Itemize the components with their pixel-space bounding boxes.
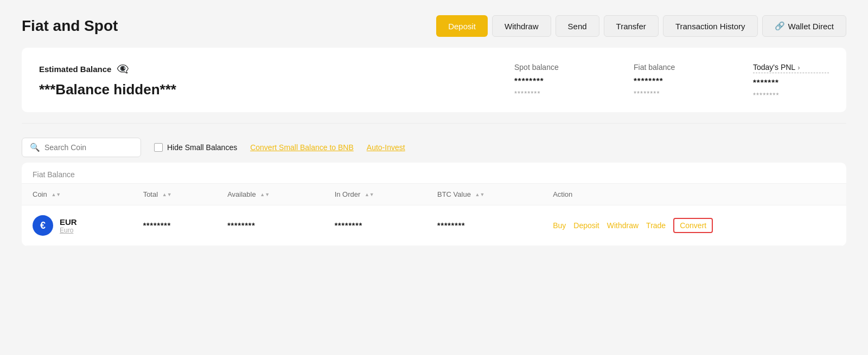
header-buttons: Deposit Withdraw Send Transfer Transacti… bbox=[436, 15, 846, 37]
balances-table: Coin ▲▼ Total ▲▼ Available ▲▼ In Order ▲… bbox=[22, 183, 846, 246]
coin-in-order: ******** bbox=[335, 221, 363, 230]
col-in-order: In Order ▲▼ bbox=[324, 184, 426, 205]
spot-balance-value: ******** bbox=[514, 76, 590, 85]
col-btc-value: BTC Value ▲▼ bbox=[426, 184, 542, 205]
fiat-balance-col: Fiat balance ******** ******** bbox=[634, 63, 710, 99]
table-header-row: Coin ▲▼ Total ▲▼ Available ▲▼ In Order ▲… bbox=[22, 184, 846, 205]
balance-section: Estimated Balance 👁️‍🗨️ ***Balance hidde… bbox=[22, 48, 846, 112]
balance-details: Spot balance ******** ******** Fiat bala… bbox=[514, 63, 829, 99]
coin-cell: € EUR Euro bbox=[33, 215, 122, 236]
coin-full-name[interactable]: Euro bbox=[60, 227, 77, 234]
pnl-col: Today's PNL › ******* ******** bbox=[753, 63, 829, 99]
search-filter-row: 🔍 Hide Small Balances Convert Small Bala… bbox=[22, 129, 846, 163]
coin-icon: € bbox=[33, 215, 53, 236]
btc-sort-icon[interactable]: ▲▼ bbox=[475, 192, 485, 197]
balance-header: Estimated Balance 👁️‍🗨️ bbox=[39, 63, 176, 75]
hide-small-balances-checkbox[interactable] bbox=[154, 143, 163, 152]
withdraw-button[interactable]: Withdraw bbox=[492, 15, 551, 37]
hide-small-balances-text: Hide Small Balances bbox=[167, 143, 237, 152]
col-coin: Coin ▲▼ bbox=[22, 184, 132, 205]
hide-small-balances-label[interactable]: Hide Small Balances bbox=[154, 143, 237, 152]
coin-sort-icon[interactable]: ▲▼ bbox=[51, 192, 61, 197]
table-row: € EUR Euro *****************************… bbox=[22, 205, 846, 246]
action-convert-button[interactable]: Convert bbox=[673, 218, 713, 233]
auto-invest-button[interactable]: Auto-Invest bbox=[367, 143, 405, 152]
fiat-balance-value: ******** bbox=[634, 76, 710, 85]
action-trade-button[interactable]: Trade bbox=[646, 221, 666, 230]
divider bbox=[22, 123, 846, 124]
action-withdraw-button[interactable]: Withdraw bbox=[607, 221, 639, 230]
estimated-balance-label: Estimated Balance bbox=[39, 64, 111, 74]
page-title: Fiat and Spot bbox=[22, 17, 118, 35]
action-cell: BuyDepositWithdrawTradeConvert bbox=[553, 218, 835, 233]
page-header: Fiat and Spot Deposit Withdraw Send Tran… bbox=[22, 0, 846, 48]
pnl-chevron-icon: › bbox=[797, 63, 800, 72]
send-button[interactable]: Send bbox=[556, 15, 599, 37]
link-icon: 🔗 bbox=[775, 21, 785, 31]
convert-small-balance-button[interactable]: Convert Small Balance to BNB bbox=[250, 143, 354, 152]
pnl-sub: ******** bbox=[753, 91, 829, 99]
search-input[interactable] bbox=[44, 143, 133, 152]
table-section: Fiat Balance Coin ▲▼ Total ▲▼ Available … bbox=[22, 163, 846, 246]
search-box[interactable]: 🔍 bbox=[22, 138, 141, 157]
action-buy-button[interactable]: Buy bbox=[553, 221, 566, 230]
available-sort-icon[interactable]: ▲▼ bbox=[260, 192, 270, 197]
pnl-label: Today's PNL bbox=[753, 63, 795, 72]
total-sort-icon[interactable]: ▲▼ bbox=[162, 192, 172, 197]
search-icon: 🔍 bbox=[30, 143, 40, 152]
col-available: Available ▲▼ bbox=[216, 184, 323, 205]
fiat-balance-label: Fiat balance bbox=[634, 63, 710, 72]
transfer-button[interactable]: Transfer bbox=[604, 15, 659, 37]
pnl-link[interactable]: Today's PNL › bbox=[753, 63, 829, 73]
spot-balance-sub: ******** bbox=[514, 89, 590, 98]
in-order-sort-icon[interactable]: ▲▼ bbox=[365, 192, 374, 197]
fiat-balance-sub: ******** bbox=[634, 89, 710, 98]
coin-symbol: EUR bbox=[60, 217, 77, 227]
spot-balance-label: Spot balance bbox=[514, 63, 590, 72]
wallet-direct-button[interactable]: 🔗 Wallet Direct bbox=[762, 15, 846, 37]
col-action: Action bbox=[542, 184, 846, 205]
deposit-button[interactable]: Deposit bbox=[436, 15, 488, 37]
transaction-history-button[interactable]: Transaction History bbox=[663, 15, 758, 37]
coin-available: ******** bbox=[227, 221, 256, 230]
balance-hidden-text: ***Balance hidden*** bbox=[39, 81, 176, 98]
coin-btc-value: ******** bbox=[437, 221, 465, 230]
fiat-balance-section-label: Fiat Balance bbox=[22, 163, 846, 183]
coin-total: ******** bbox=[143, 221, 171, 230]
spot-balance-col: Spot balance ******** ******** bbox=[514, 63, 590, 99]
pnl-value: ******* bbox=[753, 78, 829, 87]
col-total: Total ▲▼ bbox=[132, 184, 217, 205]
hide-balance-icon[interactable]: 👁️‍🗨️ bbox=[117, 63, 129, 75]
action-deposit-button[interactable]: Deposit bbox=[573, 221, 599, 230]
